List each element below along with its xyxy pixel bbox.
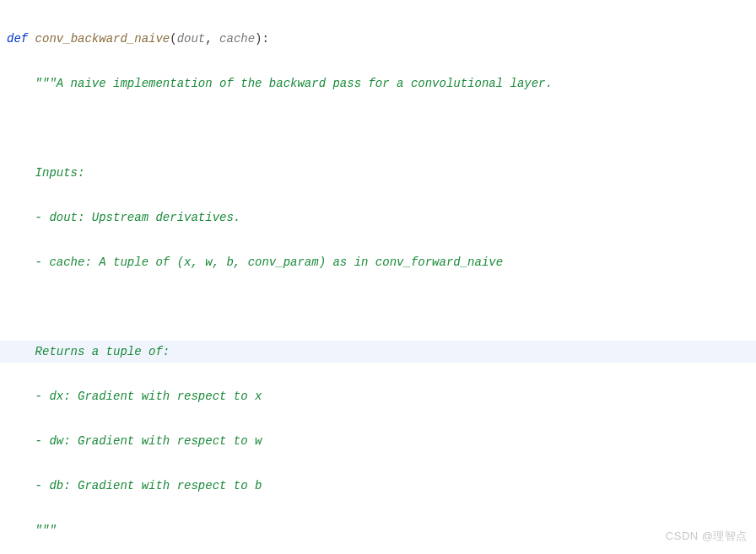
code-line: def conv_backward_naive(dout, cache): bbox=[7, 28, 756, 51]
paren-open: ( bbox=[170, 32, 176, 46]
comma: , bbox=[205, 32, 219, 46]
code-block: def conv_backward_naive(dout, cache): ""… bbox=[0, 0, 756, 554]
function-name: conv_backward_naive bbox=[28, 32, 170, 46]
param-cache: cache bbox=[219, 32, 255, 46]
docstring-line: - dx: Gradient with respect to x bbox=[7, 385, 756, 408]
watermark-text: CSDN @理智点 bbox=[666, 525, 748, 548]
param-dout: dout bbox=[177, 32, 206, 46]
docstring-line: - cache: A tuple of (x, w, b, conv_param… bbox=[7, 251, 756, 274]
docstring-line bbox=[7, 117, 756, 140]
docstring-line bbox=[7, 296, 756, 319]
keyword-def: def bbox=[7, 32, 28, 46]
docstring-line: - db: Gradient with respect to b bbox=[7, 475, 756, 498]
docstring-line: """ bbox=[7, 519, 756, 542]
docstring-line: """A naive implementation of the backwar… bbox=[7, 73, 756, 95]
docstring-line: - dout: Upstream derivatives. bbox=[7, 207, 756, 229]
docstring-line: Inputs: bbox=[7, 162, 756, 185]
docstring-line-highlight: Returns a tuple of: bbox=[0, 341, 756, 363]
docstring-line: - dw: Gradient with respect to w bbox=[7, 430, 756, 453]
paren-close: ): bbox=[255, 32, 269, 46]
